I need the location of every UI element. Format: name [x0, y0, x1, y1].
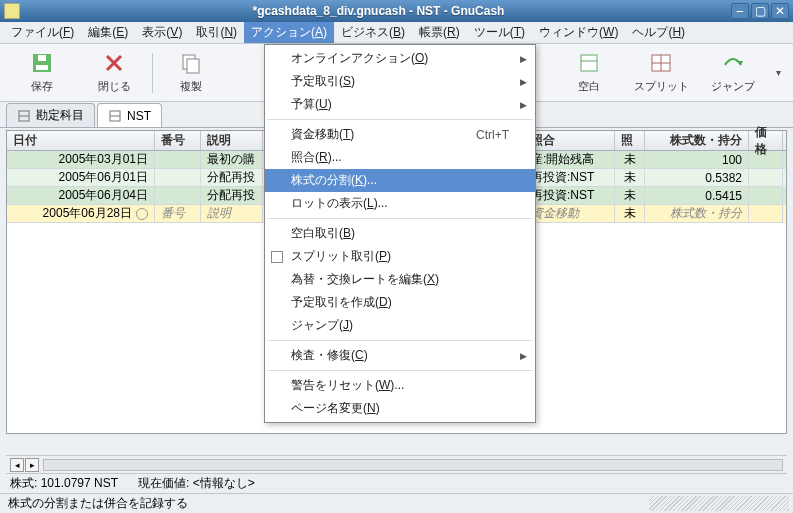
cell-desc[interactable]: 分配再投 [201, 187, 263, 205]
cell-shares[interactable]: 0.5415 [645, 187, 749, 205]
cell-shares[interactable]: 0.5382 [645, 169, 749, 187]
menu-r[interactable]: 帳票(R) [412, 22, 467, 43]
menu-item[interactable]: 警告をリセット(W)... [265, 374, 535, 397]
toolbar-overflow[interactable]: ▾ [769, 67, 787, 78]
split-button[interactable]: スプリット [625, 51, 697, 94]
menu-item[interactable]: 検査・修復(C) [265, 344, 535, 367]
cell-rec[interactable]: 未 [615, 187, 645, 205]
scroll-left-button[interactable]: ◂ [10, 458, 24, 472]
duplicate-button[interactable]: 複製 [155, 51, 227, 94]
calendar-icon[interactable] [136, 208, 148, 220]
actions-menu: オンラインアクション(O)予定取引(S)予算(U)資金移動(T)Ctrl+T照合… [264, 44, 536, 423]
close-button[interactable]: 閉じる [78, 51, 150, 94]
cell-num[interactable] [155, 151, 201, 169]
menu-item-label: オンラインアクション(O) [291, 50, 428, 67]
cell-date[interactable]: 2005年06月04日 [7, 187, 155, 205]
blank-button[interactable]: 空白 [553, 51, 625, 94]
cell-date[interactable]: 2005年06月01日 [7, 169, 155, 187]
menu-item-label: 予定取引(S) [291, 73, 355, 90]
close-window-button[interactable]: ✕ [771, 3, 789, 19]
cell-desc[interactable]: 最初の購 [201, 151, 263, 169]
menu-item[interactable]: オンラインアクション(O) [265, 47, 535, 70]
menu-item-label: 為替・交換レートを編集(X) [291, 271, 439, 288]
menu-e[interactable]: 編集(E) [81, 22, 135, 43]
entry-num[interactable]: 番号 [155, 205, 201, 223]
menu-a[interactable]: アクション(A) [244, 22, 334, 43]
cell-num[interactable] [155, 187, 201, 205]
window-title: *gcashdata_8_div.gnucash - NST - GnuCash [26, 4, 731, 18]
menu-item[interactable]: 空白取引(B) [265, 222, 535, 245]
entry-ref[interactable]: 資金移動 [525, 205, 615, 223]
menu-item[interactable]: 為替・交換レートを編集(X) [265, 268, 535, 291]
cell-num[interactable] [155, 169, 201, 187]
svg-rect-1 [36, 65, 48, 70]
book-icon [108, 109, 122, 123]
menu-item-label: ジャンプ(J) [291, 317, 353, 334]
entry-rec[interactable]: 未 [615, 205, 645, 223]
menu-item[interactable]: 予算(U) [265, 93, 535, 116]
cell-price[interactable] [749, 187, 783, 205]
resize-grip[interactable] [649, 496, 789, 511]
scroll-right-button[interactable]: ▸ [25, 458, 39, 472]
cell-price[interactable] [749, 169, 783, 187]
menu-item[interactable]: 照合(R)... [265, 146, 535, 169]
cell-price[interactable] [749, 151, 783, 169]
save-icon [30, 51, 54, 75]
menu-item[interactable]: 予定取引(S) [265, 70, 535, 93]
maximize-button[interactable]: ▢ [751, 3, 769, 19]
menu-item-label: スプリット取引(P) [291, 248, 391, 265]
cell-shares[interactable]: 100 [645, 151, 749, 169]
tab-1[interactable]: NST [97, 103, 162, 127]
menu-item[interactable]: ロットの表示(L)... [265, 192, 535, 215]
menu-separator [267, 218, 533, 219]
cell-ref[interactable]: 産:開始残高 [525, 151, 615, 169]
menu-item[interactable]: 予定取引を作成(D) [265, 291, 535, 314]
cell-date[interactable]: 2005年03月01日 [7, 151, 155, 169]
minimize-button[interactable]: ‒ [731, 3, 749, 19]
menu-w[interactable]: ウィンドウ(W) [532, 22, 625, 43]
menu-item[interactable]: 株式の分割(K)... [265, 169, 535, 192]
col-date[interactable]: 日付 [7, 131, 155, 150]
split-label: スプリット [634, 79, 689, 94]
jump-button[interactable]: ジャンプ [697, 51, 769, 94]
entry-price[interactable] [749, 205, 783, 223]
col-ref[interactable]: 照合 [525, 131, 615, 150]
col-desc[interactable]: 説明 [201, 131, 263, 150]
tab-label: NST [127, 109, 151, 123]
svg-rect-7 [581, 55, 597, 71]
menu-n[interactable]: 取引(N) [189, 22, 244, 43]
save-button[interactable]: 保存 [6, 51, 78, 94]
col-num[interactable]: 番号 [155, 131, 201, 150]
save-label: 保存 [31, 79, 53, 94]
menu-item[interactable]: 資金移動(T)Ctrl+T [265, 123, 535, 146]
menu-item-label: 空白取引(B) [291, 225, 355, 242]
menu-t[interactable]: ツール(T) [467, 22, 532, 43]
cell-rec[interactable]: 未 [615, 151, 645, 169]
menu-item[interactable]: ページ名変更(N) [265, 397, 535, 420]
hscrollbar[interactable] [43, 459, 783, 471]
cell-rec[interactable]: 未 [615, 169, 645, 187]
summary-bar: 株式: 101.0797 NST 現在価値: <情報なし> [6, 473, 787, 493]
chevron-down-icon: ▾ [776, 67, 781, 78]
cell-ref[interactable]: 再投資:NST [525, 169, 615, 187]
entry-shares[interactable]: 株式数・持分 [645, 205, 749, 223]
cell-ref[interactable]: 再投資:NST [525, 187, 615, 205]
menu-item-label: ページ名変更(N) [291, 400, 380, 417]
menu-item[interactable]: スプリット取引(P) [265, 245, 535, 268]
jump-label: ジャンプ [711, 79, 755, 94]
col-price[interactable]: 価格 [749, 131, 783, 150]
menu-v[interactable]: 表示(V) [135, 22, 189, 43]
tab-0[interactable]: 勘定科目 [6, 103, 95, 127]
col-rec[interactable]: 照 [615, 131, 645, 150]
entry-date[interactable]: 2005年06月28日 [7, 205, 155, 223]
menu-item-label: 株式の分割(K)... [291, 172, 377, 189]
menu-h[interactable]: ヘルプ(H) [625, 22, 692, 43]
cell-desc[interactable]: 分配再投 [201, 169, 263, 187]
blank-icon [577, 51, 601, 75]
menu-f[interactable]: ファイル(F) [4, 22, 81, 43]
menu-item[interactable]: ジャンプ(J) [265, 314, 535, 337]
entry-desc[interactable]: 説明 [201, 205, 263, 223]
menu-b[interactable]: ビジネス(B) [334, 22, 412, 43]
book-icon [17, 109, 31, 123]
col-shares[interactable]: 株式数・持分 [645, 131, 749, 150]
